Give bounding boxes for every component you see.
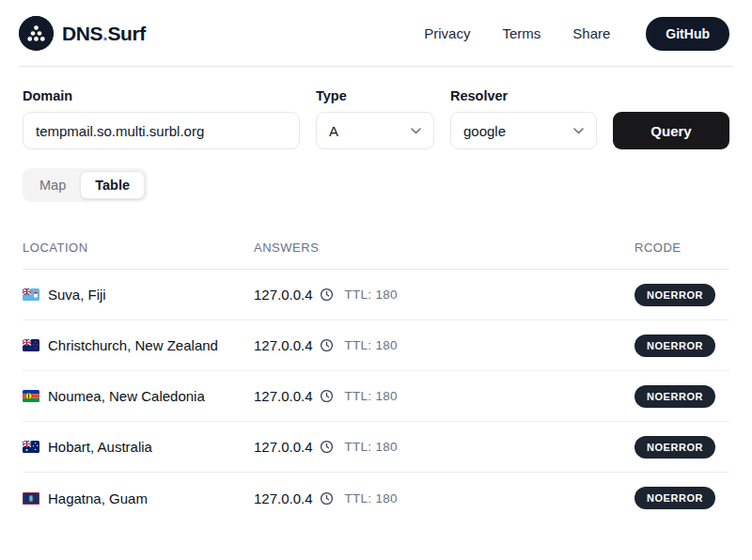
flag-new-caledonia-icon [23,390,39,402]
location-text: Hobart, Australia [48,439,152,455]
ttl-text: TTL: 180 [345,288,398,302]
brand-name: DNS.Surf [62,23,146,45]
rcode-badge: NOERROR [634,436,715,459]
type-select[interactable]: A [316,112,434,149]
answers-cell: 127.0.0.4 TTL: 180 [254,337,634,353]
location-cell: Christchurch, New Zealand [23,337,254,353]
location-cell: Noumea, New Caledonia [23,388,254,404]
query-button[interactable]: Query [613,112,729,149]
main-content: Domain Type A Resolver google Query Map … [0,88,752,523]
rcode-badge: NOERROR [634,385,715,408]
answer-ip: 127.0.0.4 [254,337,313,353]
answers-cell: 127.0.0.4 TTL: 180 [254,287,634,303]
clock-icon [320,491,334,506]
nav-link-privacy[interactable]: Privacy [424,25,470,41]
query-form: Domain Type A Resolver google Query [23,88,729,149]
view-toggle: Map Table [23,168,148,202]
results-table: LOCATION ANSWERS RCODE Suva, Fiji 127.0. [23,241,729,523]
domain-field: Domain [23,88,300,149]
ttl-text: TTL: 180 [345,389,398,403]
brand-logo[interactable]: DNS.Surf [19,16,146,51]
header-divider [19,66,733,67]
resolver-label: Resolver [450,88,597,103]
answers-cell: 127.0.0.4 TTL: 180 [254,388,634,404]
column-header-rcode: RCODE [634,241,729,255]
table-row: Noumea, New Caledonia 127.0.0.4 TTL: 180… [23,371,729,422]
ttl-text: TTL: 180 [345,338,398,352]
answer-ip: 127.0.0.4 [254,439,313,455]
answer-ip: 127.0.0.4 [254,490,313,506]
ttl-text: TTL: 180 [345,440,398,454]
rcode-cell: NOERROR [634,385,729,408]
resolver-select-value: google [463,123,506,139]
location-text: Suva, Fiji [48,287,106,303]
rcode-badge: NOERROR [634,487,715,509]
location-text: Hagatna, Guam [48,490,148,506]
column-header-answers: ANSWERS [254,241,634,255]
clock-icon [320,288,334,302]
resolver-field: Resolver google [450,88,597,149]
answer-ip: 127.0.0.4 [254,388,313,404]
toggle-map-button[interactable]: Map [25,172,80,198]
ttl-text: TTL: 180 [345,491,398,506]
github-button[interactable]: GitHub [646,17,729,51]
rcode-cell: NOERROR [634,284,729,306]
clock-icon [320,389,334,403]
flag-new-zealand-icon [23,339,39,351]
location-cell: Hagatna, Guam [23,490,254,506]
type-label: Type [316,88,434,103]
rcode-cell: NOERROR [634,334,729,357]
table-row: Hobart, Australia 127.0.0.4 TTL: 180 NOE… [23,422,729,473]
table-header-row: LOCATION ANSWERS RCODE [23,241,729,270]
dns-surf-logo-icon [19,16,54,51]
location-text: Christchurch, New Zealand [48,337,218,353]
nav-link-share[interactable]: Share [572,25,610,41]
domain-label: Domain [23,88,300,103]
flag-guam-icon [23,492,39,505]
table-row: Christchurch, New Zealand 127.0.0.4 TTL:… [23,320,729,371]
clock-icon [320,440,334,454]
rcode-cell: NOERROR [634,487,729,509]
location-cell: Suva, Fiji [23,287,254,303]
resolver-select[interactable]: google [450,112,597,149]
header: DNS.Surf Privacy Terms Share GitHub [0,0,752,66]
answers-cell: 127.0.0.4 TTL: 180 [254,439,634,455]
flag-australia-icon [23,441,39,453]
table-row: Hagatna, Guam 127.0.0.4 TTL: 180 NOERROR [23,473,729,523]
table-row: Suva, Fiji 127.0.0.4 TTL: 180 NOERROR [23,270,729,320]
answers-cell: 127.0.0.4 TTL: 180 [254,490,634,506]
clock-icon [320,338,334,352]
header-nav: Privacy Terms Share GitHub [424,17,729,51]
rcode-badge: NOERROR [634,334,715,357]
rcode-badge: NOERROR [634,284,715,306]
type-select-value: A [329,123,338,139]
location-cell: Hobart, Australia [23,439,254,455]
type-field: Type A [316,88,434,149]
flag-fiji-icon [23,288,39,301]
domain-input[interactable] [23,112,300,149]
chevron-down-icon [411,128,421,134]
nav-link-terms[interactable]: Terms [502,25,540,41]
column-header-location: LOCATION [23,241,254,255]
rcode-cell: NOERROR [634,436,729,459]
chevron-down-icon [573,128,584,134]
toggle-table-button[interactable]: Table [80,171,145,199]
answer-ip: 127.0.0.4 [254,287,313,303]
location-text: Noumea, New Caledonia [48,388,205,404]
